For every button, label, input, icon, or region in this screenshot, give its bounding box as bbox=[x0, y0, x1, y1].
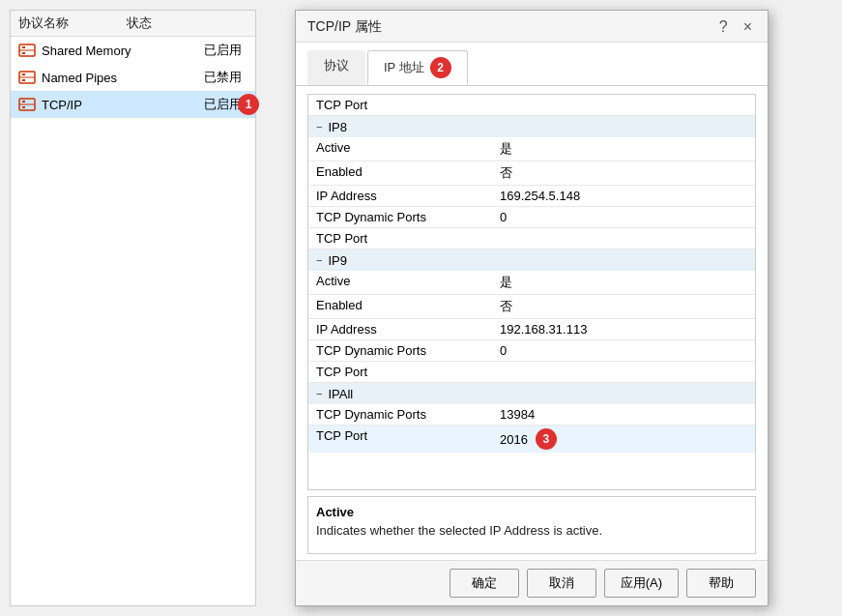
prop-key: Enabled bbox=[308, 295, 492, 318]
prop-key: TCP Dynamic Ports bbox=[308, 404, 492, 425]
prop-key: IP Address bbox=[308, 186, 492, 206]
tab-protocol[interactable]: 协议 bbox=[307, 50, 365, 85]
description-text: Indicates whether the selected IP Addres… bbox=[316, 523, 747, 538]
prop-key: TCP Dynamic Ports bbox=[308, 340, 492, 361]
tcp-port-badge: 3 bbox=[536, 428, 557, 450]
description-box: Active Indicates whether the selected IP… bbox=[307, 496, 756, 554]
prop-val: 13984 bbox=[492, 404, 755, 425]
ip9-toggle[interactable]: − bbox=[316, 254, 322, 266]
prop-key: Active bbox=[308, 271, 492, 294]
table-row: TCP Dynamic Ports 0 bbox=[308, 340, 755, 362]
section-ip8[interactable]: − IP8 bbox=[308, 116, 755, 137]
prop-val: 0 bbox=[492, 207, 755, 227]
ok-button[interactable]: 确定 bbox=[450, 569, 519, 598]
ip8-toggle[interactable]: − bbox=[316, 121, 322, 132]
prop-val: 否 bbox=[492, 295, 755, 318]
tcp-ip-name: TCP/IP bbox=[42, 98, 198, 112]
prop-key: TCP Port bbox=[308, 425, 492, 453]
table-row: Active 是 bbox=[308, 271, 755, 295]
svg-rect-11 bbox=[22, 106, 25, 108]
dialog-close-button[interactable]: × bbox=[740, 18, 756, 36]
table-row: Active 是 bbox=[308, 137, 755, 161]
protocol-list-panel: 协议名称 状态 Shared Memory 已启用 bbox=[10, 10, 256, 606]
prop-val bbox=[492, 362, 755, 382]
tabs-bar: 协议 IP 地址 2 bbox=[296, 43, 768, 86]
table-row: IP Address 169.254.5.148 bbox=[308, 186, 755, 207]
description-title: Active bbox=[316, 505, 747, 519]
named-pipes-icon bbox=[18, 71, 36, 84]
prop-val: 0 bbox=[492, 340, 755, 361]
shared-memory-status: 已启用 bbox=[204, 42, 247, 59]
ipall-label: IPAll bbox=[328, 387, 353, 401]
dialog-footer: 确定 取消 应用(A) 帮助 bbox=[296, 560, 768, 605]
prop-val bbox=[492, 95, 755, 115]
protocol-item-shared-memory[interactable]: Shared Memory 已启用 bbox=[11, 37, 255, 64]
prop-val bbox=[492, 228, 755, 249]
svg-rect-6 bbox=[22, 73, 25, 75]
section-ipall[interactable]: − IPAll bbox=[308, 383, 755, 404]
tcp-ip-dialog: TCP/IP 属性 ? × 协议 IP 地址 2 TCP Port bbox=[295, 10, 769, 606]
ip9-label: IP9 bbox=[328, 253, 347, 268]
dialog-help-button[interactable]: ? bbox=[715, 18, 732, 36]
tab-ip-address[interactable]: IP 地址 2 bbox=[367, 50, 468, 85]
table-row: Enabled 否 bbox=[308, 161, 755, 186]
col-status-label: 状态 bbox=[127, 15, 152, 32]
prop-key: Active bbox=[308, 137, 492, 161]
prop-val: 是 bbox=[492, 137, 755, 161]
table-row: TCP Port bbox=[308, 362, 755, 383]
dialog-title: TCP/IP 属性 bbox=[307, 18, 382, 36]
prop-key: TCP Dynamic Ports bbox=[308, 207, 492, 227]
table-row: TCP Port bbox=[308, 228, 755, 249]
ipall-toggle[interactable]: − bbox=[316, 388, 322, 399]
shared-memory-icon bbox=[18, 44, 36, 57]
svg-rect-10 bbox=[22, 101, 25, 103]
table-row: IP Address 192.168.31.113 bbox=[308, 319, 755, 340]
help-button[interactable]: 帮助 bbox=[686, 569, 756, 598]
ip8-label: IP8 bbox=[328, 120, 347, 134]
tcp-ip-icon bbox=[18, 98, 36, 111]
named-pipes-status: 已禁用 bbox=[204, 69, 247, 86]
prop-val: 2016 3 bbox=[492, 425, 755, 453]
cancel-button[interactable]: 取消 bbox=[527, 569, 596, 598]
protocol-item-named-pipes[interactable]: Named Pipes 已禁用 bbox=[11, 64, 255, 91]
prop-key: TCP Port bbox=[308, 228, 492, 249]
dialog-controls: ? × bbox=[715, 18, 756, 36]
table-row: Enabled 否 bbox=[308, 295, 755, 319]
table-row: TCP Port bbox=[308, 95, 755, 116]
prop-val: 否 bbox=[492, 161, 755, 185]
svg-rect-3 bbox=[22, 52, 25, 54]
prop-key: IP Address bbox=[308, 319, 492, 339]
table-container: TCP Port − IP8 Active 是 Enabled 否 bbox=[296, 86, 768, 490]
dialog-titlebar: TCP/IP 属性 ? × bbox=[296, 11, 768, 43]
table-row-tcp-port-2016[interactable]: TCP Port 2016 3 bbox=[308, 425, 755, 453]
protocol-item-tcp-ip[interactable]: TCP/IP 已启用 1 bbox=[11, 91, 255, 118]
apply-button[interactable]: 应用(A) bbox=[604, 569, 679, 598]
shared-memory-name: Shared Memory bbox=[42, 44, 198, 58]
col-protocol-label: 协议名称 bbox=[18, 15, 69, 32]
svg-rect-2 bbox=[22, 46, 25, 48]
named-pipes-name: Named Pipes bbox=[42, 71, 198, 85]
prop-val: 192.168.31.113 bbox=[492, 319, 755, 339]
ip-address-tab-badge: 2 bbox=[430, 57, 451, 78]
properties-table[interactable]: TCP Port − IP8 Active 是 Enabled 否 bbox=[307, 94, 756, 490]
svg-rect-7 bbox=[22, 79, 25, 81]
table-row: TCP Dynamic Ports 13984 bbox=[308, 404, 755, 425]
prop-val: 169.254.5.148 bbox=[492, 186, 755, 206]
tcp-ip-badge: 1 bbox=[238, 94, 259, 115]
prop-key: TCP Port bbox=[308, 362, 492, 382]
protocol-list-header: 协议名称 状态 bbox=[11, 11, 255, 37]
section-ip9[interactable]: − IP9 bbox=[308, 249, 755, 271]
prop-key: TCP Port bbox=[308, 95, 492, 115]
app-container: 协议名称 状态 Shared Memory 已启用 bbox=[0, 0, 842, 616]
prop-val: 是 bbox=[492, 271, 755, 294]
table-row: TCP Dynamic Ports 0 bbox=[308, 207, 755, 228]
prop-key: Enabled bbox=[308, 161, 492, 185]
properties-table-inner: TCP Port − IP8 Active 是 Enabled 否 bbox=[308, 95, 755, 453]
